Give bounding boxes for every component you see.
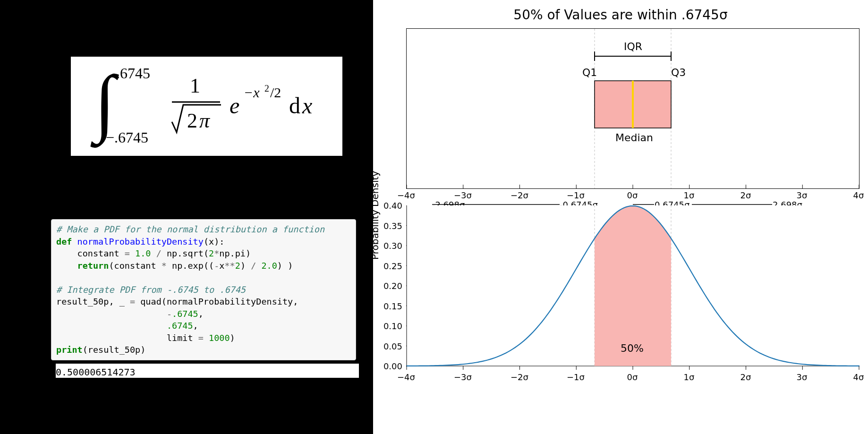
ytick: 0.30 (379, 241, 402, 251)
code-block: # Make a PDF for the normal distribution… (51, 219, 356, 360)
q1-label: Q1 (582, 67, 597, 78)
lower-limit: −.6745 (106, 129, 148, 146)
xtick: −3σ (454, 190, 472, 200)
code-output: 0.500006514273 (56, 364, 359, 378)
xtick: 2σ (740, 190, 751, 200)
svg-text:2: 2 (187, 109, 197, 132)
xtick: 1σ (684, 190, 695, 200)
xtick: 2σ (740, 372, 751, 382)
integral-formula: ∫ .6745 −.6745 1 2 π e −x 2 /2 d x (79, 61, 334, 151)
xtick: −1σ (567, 372, 585, 382)
code-content: # Make a PDF for the normal distribution… (56, 223, 351, 356)
svg-text:e: e (230, 93, 239, 118)
xtick: −2σ (511, 372, 528, 382)
ytick: 0.15 (379, 301, 402, 311)
ytick: 0.10 (379, 321, 402, 331)
svg-text:d: d (289, 93, 300, 118)
boxplot-panel: IQR Q1 Q3 Median (406, 28, 859, 189)
ytick: 0.40 (379, 201, 402, 211)
xtick: 1σ (684, 372, 695, 382)
xtick: 4σ (853, 372, 864, 382)
xtick: 4σ (853, 190, 864, 200)
xtick: −4σ (397, 190, 415, 200)
shaded-50-label: 50% (621, 342, 644, 354)
svg-text:π: π (199, 109, 211, 132)
xtick: −2σ (511, 190, 528, 200)
svg-text:x: x (302, 93, 312, 118)
pdf-panel: 50% (406, 205, 859, 375)
ytick: 0.20 (379, 281, 402, 291)
xtick: 0σ (627, 372, 638, 382)
xtick: 0σ (627, 190, 638, 200)
upper-limit: .6745 (116, 65, 150, 82)
chart-title: 50% of Values are within .6745σ (373, 7, 868, 23)
ytick: 0.00 (379, 361, 402, 371)
ytick: 0.05 (379, 341, 402, 351)
svg-text:−x: −x (244, 85, 260, 100)
ytick: 0.35 (379, 221, 402, 230)
ylabel: Probability Density (369, 171, 381, 260)
ytick: 0.25 (379, 261, 402, 271)
xtick: −4σ (397, 372, 415, 382)
svg-text:2: 2 (264, 83, 269, 94)
xtick: −3σ (454, 372, 472, 382)
xtick: −1σ (567, 190, 585, 200)
svg-text:/2: /2 (270, 85, 281, 100)
q3-label: Q3 (671, 67, 686, 78)
integral-formula-box: ∫ .6745 −.6745 1 2 π e −x 2 /2 d x (71, 57, 342, 156)
xtick: 3σ (797, 190, 808, 200)
xtick: 3σ (797, 372, 808, 382)
iqr-label: IQR (624, 41, 642, 52)
svg-text:1: 1 (190, 74, 200, 97)
median-label: Median (615, 132, 653, 144)
